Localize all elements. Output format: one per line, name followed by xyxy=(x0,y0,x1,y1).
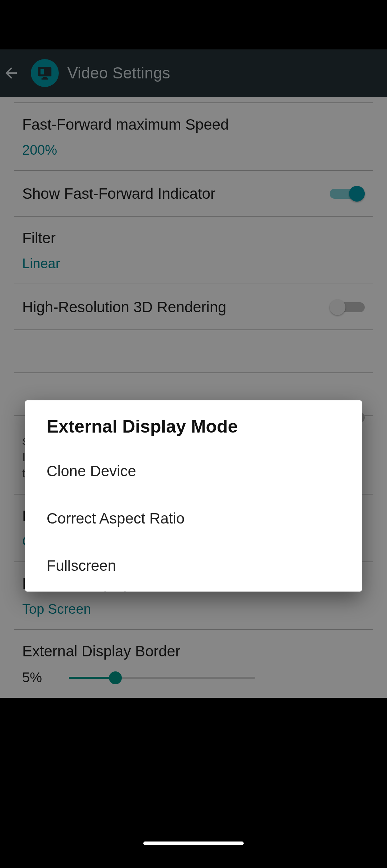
android-nav-bar xyxy=(0,819,387,868)
dialog-external-display-mode: External Display Mode Clone Device Corre… xyxy=(25,400,362,592)
gesture-nav-handle[interactable] xyxy=(143,842,244,845)
android-status-bar xyxy=(0,0,387,49)
dialog-option-correct-aspect-ratio[interactable]: Correct Aspect Ratio xyxy=(25,495,362,542)
dialog-title: External Display Mode xyxy=(25,400,362,448)
dialog-option-clone-device[interactable]: Clone Device xyxy=(25,448,362,495)
app-area: Video Settings Fast-Forward maximum Spee… xyxy=(0,49,387,819)
dialog-option-fullscreen[interactable]: Fullscreen xyxy=(25,542,362,589)
